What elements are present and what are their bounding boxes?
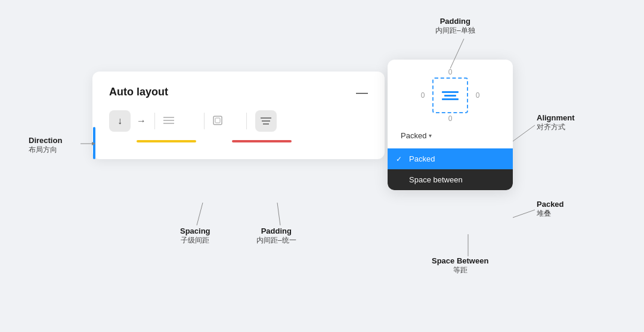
padding-bottom-label-zh: 内间距–统一 [256,235,296,246]
dropdown-item-packed[interactable]: ✓ Packed [388,148,513,169]
alignment-label-zh: 对齐方式 [537,122,575,132]
annotation-direction: Direction 布局方向 [29,136,62,155]
padding-top-label-zh: 内间距–单独 [435,26,475,36]
spacing-indicator-bar [137,140,196,142]
svg-line-10 [277,203,280,225]
packed-label-zh: 堆叠 [537,209,564,219]
svg-line-13 [513,210,535,218]
svg-rect-4 [215,118,220,123]
direction-right-arrow: → [137,116,146,126]
align-top-row: 0 [444,68,456,76]
panel-title-row: Auto layout — [109,86,368,98]
align-icon-inner [442,91,459,100]
align-line-bottom [442,98,459,100]
spacing-input-group: 20 [163,116,196,126]
chevron-down-icon: ▾ [429,132,432,139]
annotation-packed: Packed 堆叠 [537,200,564,219]
align-num-right: 0 [472,91,484,100]
spacing-value-input[interactable]: 20 [178,116,196,126]
padding-bottom-label-en: Padding [256,226,296,235]
alignment-container: 0 0 0 0 [396,68,504,123]
spacing-label-zh: 子级间距 [180,235,210,246]
packed-dropdown-label: Packed [401,131,426,140]
svg-line-12 [513,125,535,141]
annotation-padding-top: Padding 内间距–单独 [435,17,475,36]
popup-panel: 0 0 0 0 Packed ▾ [388,60,513,190]
packed-label-en: Packed [537,200,564,209]
dropdown-item-packed-label: Packed [409,154,435,163]
svg-rect-3 [213,116,222,125]
divider [154,113,155,129]
align-num-top: 0 [444,68,456,76]
align-num-left: 0 [417,91,429,100]
annotation-padding-bottom: Padding 内间距–统一 [256,226,296,246]
indicator-bar-row [109,140,368,142]
align-bottom-row: 0 [444,114,456,123]
annotation-alignment: Alignment 对齐方式 [537,113,575,132]
annotation-spacing: Spacing 子级间距 [180,226,210,246]
padding-top-label-en: Padding [435,17,475,26]
divider2 [204,113,205,129]
padding-value-input[interactable]: 0 [226,116,238,126]
alignment-label-en: Alignment [537,113,575,122]
space-between-label-zh: 等距 [432,265,488,275]
direction-label-en: Direction [29,136,62,145]
packed-dropdown-trigger[interactable]: Packed ▾ [396,129,504,142]
popup-top: 0 0 0 0 Packed ▾ [388,60,513,148]
align-line-mid [444,95,456,97]
direction-accent-bar [93,127,95,159]
controls-row: ↓ → 20 0 [109,110,368,132]
collapse-button[interactable]: — [356,86,368,98]
align-box[interactable] [432,77,468,113]
padding-icon [213,116,222,127]
align-mid-row: 0 0 [417,77,484,113]
space-between-label-en: Space Between [432,256,488,265]
panel-title: Auto layout [109,86,168,98]
spacing-icon [163,116,174,126]
annotation-space-between: Space Between 等距 [432,256,488,275]
direction-down-button[interactable]: ↓ [109,110,131,132]
auto-layout-panel: Auto layout — ↓ → 20 [92,72,385,159]
dropdown-item-space-between-label: Space between [409,175,463,184]
direction-label-zh: 布局方向 [29,145,62,155]
align-line-top [442,91,459,93]
align-num-bottom: 0 [444,114,456,123]
divider3 [246,113,247,129]
spacing-label-en: Spacing [180,226,210,235]
checkmark-icon: ✓ [396,155,404,163]
dropdown-menu: ✓ Packed Space between [388,148,513,190]
svg-line-9 [197,203,203,225]
padding-input-group: 0 [213,116,238,127]
padding-indicator-bar [232,140,292,142]
align-button[interactable] [255,110,277,132]
dropdown-item-space-between[interactable]: Space between [388,169,513,190]
